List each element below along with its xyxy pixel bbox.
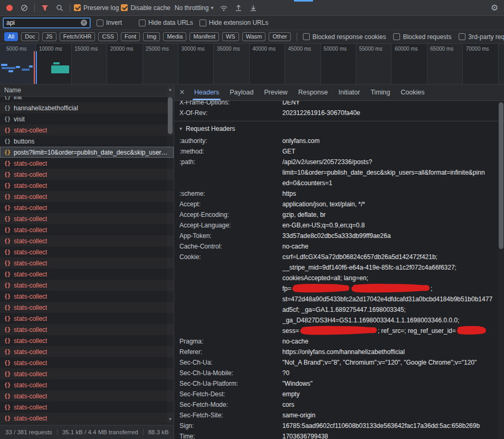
type-filter-font[interactable]: Font [121,32,140,41]
preserve-log-checkbox[interactable]: Preserve log [74,4,119,12]
request-row[interactable]: {}stats-collect [0,313,174,324]
type-filter-fetch-xhr[interactable]: Fetch/XHR [60,32,96,41]
type-filter-img[interactable]: Img [143,32,160,41]
name-column-header[interactable]: Name [0,84,174,97]
header-name: Pragma: [179,336,282,347]
request-row[interactable]: {}stats-collect [0,180,174,191]
request-row[interactable]: {}stats-collect [0,269,174,280]
request-row[interactable]: {}stats-collect [0,413,174,424]
request-row[interactable]: {}stats-collect [0,346,174,357]
tab-response[interactable]: Response [293,84,333,100]
request-headers-section[interactable]: ▾ Request Headers [179,121,504,136]
request-row[interactable]: {}stats-collect [0,324,174,335]
filter-toggle-button[interactable] [39,2,51,14]
details-scrollbar[interactable] [498,101,504,439]
search-button[interactable] [53,2,66,14]
throttling-select[interactable]: No throttling ▾ [173,4,216,12]
settings-button[interactable]: ⚙ [488,2,501,14]
request-row[interactable]: {}stats-collect [0,280,174,291]
request-row[interactable]: {}stats-collect [0,202,174,213]
type-filter-manifest[interactable]: Manifest [189,32,219,41]
request-row[interactable]: {}stats-collect [0,379,174,390]
record-button[interactable] [3,2,16,14]
3rd-party-requests-checkbox[interactable]: 3rd-party requests [459,33,504,41]
disable-cache-checkbox[interactable]: Disable cache [121,4,170,12]
tab-cookies[interactable]: Cookies [395,84,430,100]
header-name: Cookie: [179,252,282,262]
header-value: 1703636799438 [282,431,504,439]
request-row[interactable]: {}stats-collect [0,158,174,169]
request-row[interactable]: {}hannahelizabethofficial [0,102,174,113]
blocked-requests-checkbox[interactable]: Blocked requests [393,33,451,41]
active-tab-indicator [294,0,313,2]
clear-button[interactable] [18,2,31,14]
request-row[interactable]: {}stats-collect [0,169,174,180]
overview-tick-label: 30000 ms [181,46,204,52]
file-icon: {} [4,382,11,388]
network-conditions-button[interactable] [217,2,230,14]
type-filter-wasm[interactable]: Wasm [242,32,266,41]
request-name: stats-collect [14,348,47,356]
type-filter-bar: AllDocJSFetch/XHRCSSFontImgMediaManifest… [0,30,504,44]
tab-initiator[interactable]: Initiator [333,84,365,100]
request-row[interactable]: {}stats-collect [0,235,174,246]
type-filter-js[interactable]: JS [42,32,56,41]
request-row[interactable]: {}stats-collect [0,125,174,136]
type-filter-ws[interactable]: WS [222,32,239,41]
request-name: stats-collect [14,182,47,189]
header-row: Cookie:csrf=LdfcGX4Sa72db06824c657db26a5… [179,252,504,336]
overview-gridline [107,44,107,84]
request-row[interactable]: {}stats-collect [0,402,174,413]
type-filter-doc[interactable]: Doc [21,32,39,41]
close-button[interactable]: × [175,84,189,100]
file-icon: {} [4,194,11,199]
request-row[interactable]: {}stats-collect [0,191,174,202]
file-icon: {} [4,349,11,355]
scroll-up-icon[interactable]: ▲ [167,87,173,93]
request-row[interactable]: {}buttons [0,136,174,147]
request-row[interactable]: {}stats-collect [0,390,174,402]
tab-timing[interactable]: Timing [365,84,395,100]
invert-checkbox[interactable]: Invert [97,19,122,26]
export-har-button[interactable] [247,2,260,14]
request-row[interactable]: {}posts?limit=10&order=publish_date_desc… [0,147,174,158]
request-row[interactable]: {}stats-collect [0,213,174,224]
details-scrollbar-thumb[interactable] [499,102,503,249]
scroll-down-icon[interactable]: ▼ [167,416,173,423]
blocked-response-cookies-checkbox[interactable]: Blocked response cookies [303,33,386,41]
overview-strip[interactable]: 5000 ms10000 ms15000 ms20000 ms25000 ms3… [0,44,504,84]
request-row[interactable]: {}stats-collect [0,368,174,379]
type-filter-other[interactable]: Other [269,32,291,41]
request-row[interactable]: {}stats-collect [0,357,174,368]
request-row[interactable]: {}stats-collect [0,335,174,346]
request-row[interactable]: {}visit [0,113,174,125]
overview-tick-label: 25000 ms [146,46,169,52]
requests-scrollbar[interactable]: ▲ ▼ [167,85,173,424]
import-har-button[interactable] [232,2,245,14]
request-row[interactable]: {}stats-collect [0,257,174,269]
request-row[interactable]: {}stats-collect [0,302,174,313]
hide-extension-urls-checkbox[interactable]: Hide extension URLs [199,19,269,26]
request-row[interactable]: {}stats-collect [0,291,174,302]
header-value-line: no-cache [282,336,497,347]
header-name: Sec-Ch-Ua-Mobile: [179,368,282,378]
file-icon: {} [4,338,11,343]
request-row[interactable]: {}stats-collect [0,224,174,235]
header-value: onlyfans.com [282,136,504,146]
request-row[interactable]: {}init [0,97,174,102]
clear-filter-icon[interactable]: × [81,20,87,26]
tab-headers[interactable]: Headers [189,84,224,100]
throttling-value: No throttling [175,4,209,12]
tab-payload[interactable]: Payload [224,84,259,100]
resources-size: 88.3 kB [143,429,174,435]
type-filter-css[interactable]: CSS [98,32,118,41]
filter-input[interactable]: api × [3,18,90,28]
type-filter-all[interactable]: All [4,32,18,41]
header-value-line: __stripe_mid=9df140f6-e64a-419e-85fc-a1c… [282,262,497,273]
requests-scrollbar-thumb[interactable] [168,97,173,134]
request-row[interactable]: {}stats-collect [0,246,174,257]
hide-data-urls-checkbox[interactable]: Hide data URLs [139,19,193,26]
type-filter-media[interactable]: Media [163,32,186,41]
tab-preview[interactable]: Preview [259,84,292,100]
request-row[interactable]: {}stats-collect [0,424,174,425]
